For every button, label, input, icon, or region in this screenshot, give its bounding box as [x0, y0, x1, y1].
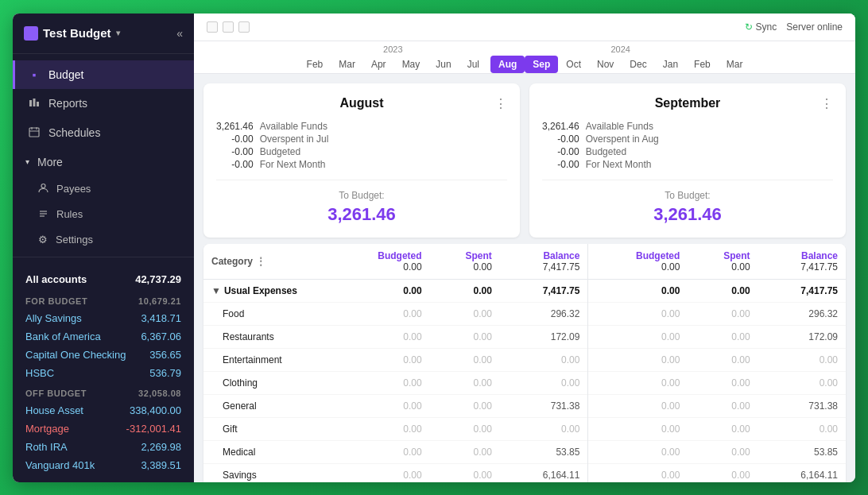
- account-vanguard[interactable]: Vanguard 401k 3,389.51: [13, 456, 194, 474]
- budget-table: Category ⋮ Budgeted 0.00 Spent 0.00: [203, 244, 846, 482]
- aug-available-funds-value: 3,261.46: [216, 121, 254, 132]
- month-oct-2024[interactable]: Oct: [558, 56, 589, 73]
- sidebar-item-budget[interactable]: ▪ Budget: [13, 60, 194, 89]
- account-roth-ira[interactable]: Roth IRA 2,269.98: [13, 438, 194, 456]
- window-control-2: [223, 21, 234, 33]
- brand-logo[interactable]: Test Budget ▾: [24, 26, 120, 41]
- sidebar-header: Test Budget ▾ «: [13, 14, 194, 54]
- sep-next-month-label: For Next Month: [586, 159, 833, 170]
- table-row: Entertainment 0.00 0.00 0.00 0.00 0.00 0…: [203, 348, 846, 371]
- accounts-section: All accounts 42,737.29 For budget 10,679…: [13, 262, 194, 481]
- reports-icon: [28, 97, 41, 110]
- account-hsbc[interactable]: HSBC 536.79: [13, 364, 194, 382]
- september-stats: 3,261.46 Available Funds -0.00 Overspent…: [542, 121, 833, 180]
- account-mortgage[interactable]: Mortgage -312,001.41: [13, 420, 194, 438]
- svg-rect-1: [33, 99, 36, 106]
- month-nov-2024[interactable]: Nov: [589, 56, 622, 73]
- table-body: ▼ Usual Expenses 0.00 0.00 7,417.75 0.00…: [203, 279, 846, 482]
- account-ally-savings[interactable]: Ally Savings 3,418.71: [13, 309, 194, 327]
- collapse-sidebar-button[interactable]: «: [176, 27, 183, 40]
- svg-point-7: [41, 184, 45, 188]
- sidebar-item-schedules[interactable]: Schedules: [13, 118, 194, 148]
- month-apr-2023[interactable]: Apr: [363, 56, 394, 73]
- window-control-1: [207, 21, 218, 33]
- category-menu-button[interactable]: ⋮: [256, 256, 265, 267]
- september-panel: September ⋮ 3,261.46 Available Funds -0.…: [529, 83, 846, 238]
- sep-available-funds-value: 3,261.46: [542, 121, 579, 132]
- sidebar-item-rules[interactable]: Rules: [13, 202, 194, 227]
- cat-food-aug-b: 0.00: [331, 302, 430, 325]
- month-dec-2024[interactable]: Dec: [622, 56, 654, 73]
- cat-general-name[interactable]: General: [203, 394, 331, 417]
- month-feb-2024[interactable]: Feb: [686, 56, 719, 73]
- col-aug-spent: Spent 0.00: [430, 244, 500, 280]
- cat-food-aug-s: 0.00: [430, 302, 500, 325]
- account-house-asset[interactable]: House Asset 338,400.00: [13, 401, 194, 420]
- september-menu-button[interactable]: ⋮: [820, 96, 833, 111]
- budget-icon: ▪: [28, 68, 41, 81]
- table-row: Gift 0.00 0.00 0.00 0.00 0.00 0.00: [203, 417, 846, 440]
- cat-food-name[interactable]: Food: [203, 302, 331, 325]
- sidebar-item-reports-label: Reports: [48, 97, 87, 110]
- month-mar-2023[interactable]: Mar: [331, 56, 363, 73]
- sidebar-item-budget-label: Budget: [48, 68, 83, 81]
- svg-rect-3: [29, 128, 39, 137]
- table-row: Medical 0.00 0.00 53.85 0.00 0.00 53.85: [203, 440, 846, 463]
- sidebar-item-payees[interactable]: Payees: [13, 176, 194, 202]
- category-col-label: Category: [211, 256, 253, 267]
- svg-rect-2: [37, 102, 39, 106]
- sync-label: Sync: [756, 21, 777, 33]
- month-jul-2023[interactable]: Jul: [459, 56, 487, 73]
- rules-icon: [38, 208, 48, 221]
- for-budget-label: For budget 10,679.21: [13, 290, 194, 309]
- more-toggle[interactable]: ▾ More: [13, 148, 194, 176]
- all-accounts-header[interactable]: All accounts 42,737.29: [13, 269, 194, 290]
- sidebar-item-rules-label: Rules: [56, 208, 83, 220]
- group-collapse-icon[interactable]: ▼: [211, 285, 221, 296]
- account-bank-of-america[interactable]: Bank of America 6,367.06: [13, 327, 194, 346]
- month-jan-2024[interactable]: Jan: [655, 56, 686, 73]
- sync-button[interactable]: ↻ Sync: [745, 21, 777, 33]
- sep-to-budget-label: To Budget:: [542, 190, 833, 201]
- group-sep-spent: 0.00: [688, 279, 758, 302]
- aug-next-month-value: -0.00: [216, 159, 254, 170]
- aug-budgeted-header-val: 0.00: [339, 261, 422, 273]
- aug-overspent-label: Overspent in Jul: [260, 133, 507, 145]
- cat-gift-name[interactable]: Gift: [203, 417, 331, 440]
- aug-to-budget-value: 3,261.46: [216, 204, 507, 225]
- more-label: More: [37, 156, 63, 168]
- cat-entertainment-name[interactable]: Entertainment: [203, 348, 331, 371]
- table-header-row: Category ⋮ Budgeted 0.00 Spent 0.00: [203, 244, 846, 280]
- month-sep-2024[interactable]: Sep: [525, 56, 558, 73]
- aug-budgeted-label: Budgeted: [260, 146, 507, 157]
- month-may-2023[interactable]: May: [394, 56, 428, 73]
- cat-restaurants-name[interactable]: Restaurants: [203, 325, 331, 348]
- month-aug-2024[interactable]: Aug: [490, 56, 525, 73]
- sync-icon: ↻: [745, 21, 753, 33]
- account-capital-one[interactable]: Capital One Checking 356.65: [13, 346, 194, 364]
- main-content: ↻ Sync Server online 2023 Feb Mar Apr Ma…: [194, 14, 855, 482]
- cat-clothing-name[interactable]: Clothing: [203, 371, 331, 394]
- month-jun-2023[interactable]: Jun: [428, 56, 459, 73]
- sync-info: ↻ Sync Server online: [745, 21, 843, 33]
- year-2024-label: 2024: [610, 44, 630, 56]
- sidebar-item-settings[interactable]: ⚙ Settings: [13, 227, 194, 252]
- month-mar-2024[interactable]: Mar: [719, 56, 751, 73]
- august-menu-button[interactable]: ⋮: [494, 96, 507, 111]
- budget-table-container: Category ⋮ Budgeted 0.00 Spent 0.00: [194, 244, 855, 482]
- sidebar: Test Budget ▾ « ▪ Budget Reports Schedul…: [13, 14, 194, 482]
- sidebar-item-reports[interactable]: Reports: [13, 89, 194, 118]
- budget-panels: August ⋮ 3,261.46 Available Funds -0.00 …: [194, 74, 855, 244]
- aug-overspent-value: -0.00: [216, 133, 254, 145]
- server-status: Server online: [786, 21, 843, 33]
- sep-available-funds-label: Available Funds: [586, 121, 833, 132]
- settings-icon: ⚙: [38, 234, 48, 246]
- cat-medical-name[interactable]: Medical: [203, 440, 331, 463]
- month-feb-2023[interactable]: Feb: [299, 56, 331, 73]
- group-aug-spent: 0.00: [430, 279, 500, 302]
- aug-to-budget-label: To Budget:: [216, 190, 507, 201]
- cat-food-sep-s: 0.00: [688, 302, 758, 325]
- cat-savings-name[interactable]: Savings: [203, 463, 331, 482]
- window-controls: [207, 21, 250, 33]
- col-aug-balance: Balance 7,417.75: [500, 244, 588, 280]
